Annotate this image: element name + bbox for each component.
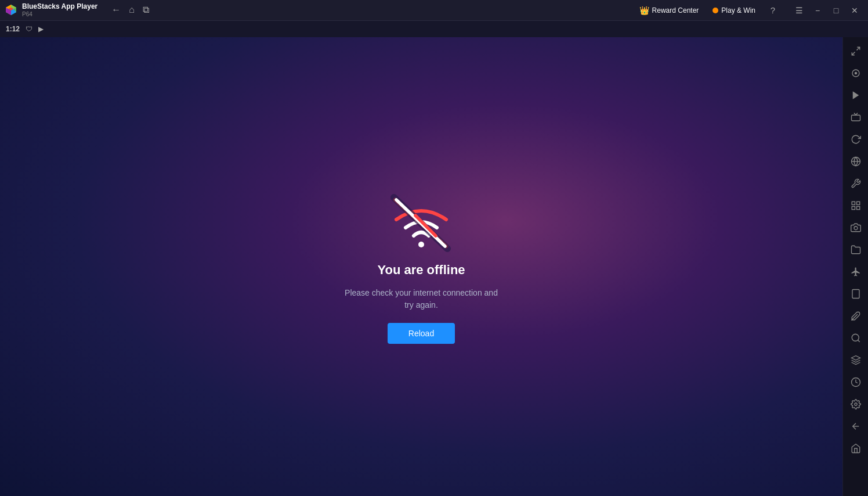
minimize-button[interactable]: −: [809, 2, 826, 19]
svg-line-26: [851, 314, 858, 321]
sidebar-play-button[interactable]: [845, 85, 866, 106]
sidebar-tv-button[interactable]: [845, 107, 866, 128]
play-win-button[interactable]: Play & Win: [708, 5, 760, 16]
svg-point-31: [854, 403, 857, 406]
pages-button[interactable]: ⧉: [143, 5, 149, 15]
maximize-button[interactable]: □: [827, 2, 845, 19]
svg-point-6: [418, 242, 424, 247]
sidebar-search-user-button[interactable]: [845, 328, 866, 348]
svg-point-14: [854, 72, 857, 75]
sidebar-tools-button[interactable]: [845, 173, 866, 194]
sidebar-rotate-button[interactable]: [845, 129, 866, 150]
sidebar-layers-button[interactable]: [845, 350, 866, 371]
app-name: BlueStacks App Player: [22, 2, 97, 10]
offline-subtitle: Please check your internet connection an…: [345, 287, 498, 311]
svg-point-27: [852, 334, 859, 341]
orange-dot-icon: [713, 8, 718, 13]
titlebar-left: BlueStacks App Player P64 ← ⌂ ⧉: [5, 2, 149, 17]
svg-marker-15: [852, 91, 859, 99]
sidebar-settings-button[interactable]: [845, 394, 866, 415]
svg-point-23: [854, 227, 858, 230]
sidebar-folder-button[interactable]: [845, 239, 866, 260]
titlebar-nav: ← ⌂ ⧉: [111, 5, 149, 15]
svg-rect-19: [852, 202, 855, 204]
sidebar-tablet-button[interactable]: [845, 283, 866, 304]
svg-rect-20: [856, 202, 859, 204]
bluestacks-logo: [5, 3, 17, 16]
sidebar-grid-button[interactable]: [845, 195, 866, 216]
menu-button[interactable]: ☰: [790, 2, 808, 19]
svg-rect-21: [856, 207, 859, 210]
svg-marker-29: [851, 356, 860, 361]
svg-rect-24: [852, 290, 859, 299]
sidebar-back-button[interactable]: [845, 416, 866, 437]
right-sidebar: [842, 37, 868, 496]
window-controls: ☰ − □ ✕: [790, 2, 863, 19]
sidebar-home-button[interactable]: [845, 438, 866, 459]
app-subtitle: P64: [22, 11, 97, 18]
reload-button[interactable]: Reload: [388, 323, 455, 344]
sidebar-screenshot-button[interactable]: [845, 217, 866, 238]
sidebar-record-button[interactable]: [845, 63, 866, 84]
content-area: You are offline Please check your intern…: [0, 37, 842, 496]
shield-status-icon: 🛡: [26, 25, 32, 33]
play-win-label: Play & Win: [721, 6, 755, 15]
sidebar-brush-button[interactable]: [845, 305, 866, 326]
play-status-icon: ▶: [38, 25, 44, 33]
status-time: 1:12: [6, 25, 20, 33]
svg-line-28: [858, 340, 859, 342]
svg-line-12: [852, 52, 855, 55]
reward-center-label: Reward Center: [652, 6, 699, 15]
titlebar: BlueStacks App Player P64 ← ⌂ ⧉ 👑 Reward…: [0, 0, 868, 21]
sidebar-globe-button[interactable]: [845, 151, 866, 172]
sidebar-airplane-button[interactable]: [845, 261, 866, 282]
svg-rect-22: [852, 207, 855, 210]
help-button[interactable]: ?: [765, 2, 781, 19]
offline-container: You are offline Please check your intern…: [345, 189, 498, 344]
wifi-off-icon: [384, 189, 459, 253]
svg-line-11: [856, 47, 859, 50]
svg-rect-16: [851, 115, 860, 121]
sidebar-clock-button[interactable]: [845, 372, 866, 393]
back-button[interactable]: ←: [111, 5, 121, 15]
sidebar-expand-button[interactable]: [845, 41, 866, 62]
statusbar: 1:12 🛡 ▶: [0, 21, 868, 37]
titlebar-right: 👑 Reward Center Play & Win ? ☰ − □ ✕: [635, 2, 863, 19]
main-area: You are offline Please check your intern…: [0, 37, 868, 496]
svg-line-9: [396, 200, 445, 246]
offline-title: You are offline: [377, 263, 465, 278]
close-button[interactable]: ✕: [846, 2, 863, 19]
home-button[interactable]: ⌂: [129, 5, 135, 15]
app-title-block: BlueStacks App Player P64: [22, 2, 97, 17]
crown-icon: 👑: [639, 6, 649, 15]
reward-center-button[interactable]: 👑 Reward Center: [635, 4, 704, 17]
